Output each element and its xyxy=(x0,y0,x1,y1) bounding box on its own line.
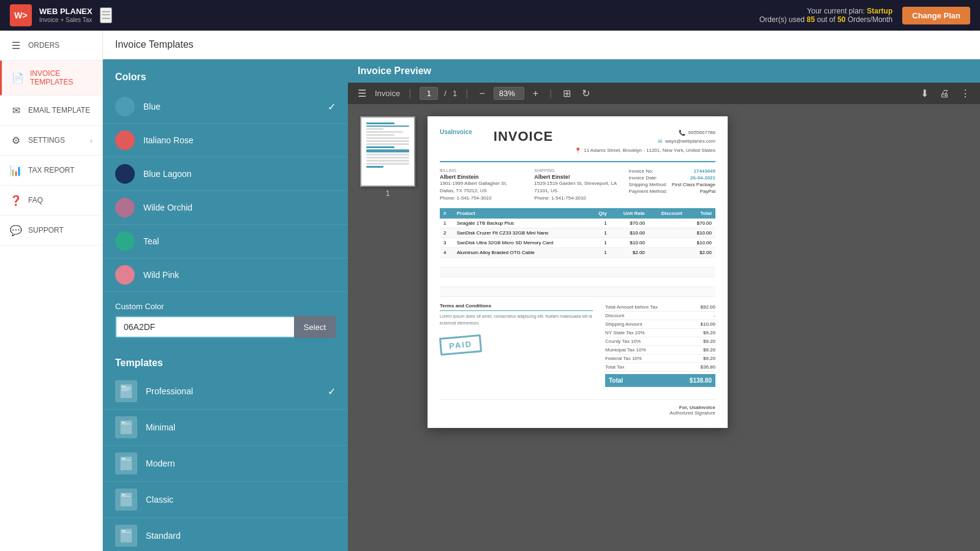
page-sep: / xyxy=(444,89,447,98)
logo-app-name: WEB PLANEX xyxy=(39,7,92,16)
cell-discount xyxy=(649,228,686,238)
invoice-table: # Product Qty Unit Rate Discount Total xyxy=(440,208,715,297)
totals-row-label: Shipping Amount xyxy=(605,321,643,327)
orders-unit: Orders/Month xyxy=(848,15,892,24)
template-item-professional[interactable]: Professional ✓ xyxy=(103,373,348,410)
print-button[interactable]: 🖨 xyxy=(937,87,952,100)
custom-color-select-button[interactable]: Select xyxy=(294,316,336,338)
color-item-wilde-orchid[interactable]: Wilde Orchid xyxy=(103,191,348,225)
sidebar-item-settings[interactable]: ⚙ SETTINGS xyxy=(0,126,102,156)
invoice-date-label: Invoice Date: xyxy=(629,175,658,181)
color-label-blue-lagoon: Blue Lagoon xyxy=(143,169,336,179)
cell-num: 4 xyxy=(440,248,453,258)
color-swatch-blue xyxy=(115,97,135,116)
orders-of: out of xyxy=(817,15,835,24)
template-item-minimal[interactable]: Minimal xyxy=(103,410,348,446)
template-thumb-classic xyxy=(115,489,137,511)
sidebar-item-support[interactable]: 💬 SUPPORT xyxy=(0,216,102,246)
totals-row-value: $10.00 xyxy=(701,321,715,327)
invoice-brand: UsaInvoice xyxy=(440,129,472,135)
template-label-minimal: Minimal xyxy=(146,422,336,432)
template-item-standard[interactable]: Standard xyxy=(103,518,348,551)
invoice-label: Invoice xyxy=(375,89,400,98)
email-template-icon: ✉ xyxy=(10,104,22,116)
totals-row: Municipal Tax 10%$9.20 xyxy=(605,346,715,354)
toolbar-sep-2: | xyxy=(466,88,468,99)
color-swatch-italiano-rose xyxy=(115,130,135,150)
col-header-qty: Qty xyxy=(590,208,610,219)
invoice-title: INVOICE xyxy=(494,129,553,144)
zoom-out-button[interactable]: − xyxy=(477,87,487,100)
custom-color-input[interactable] xyxy=(115,316,294,338)
page-number-input[interactable] xyxy=(420,87,438,100)
color-item-blue-lagoon[interactable]: Blue Lagoon xyxy=(103,157,348,191)
page-header: Invoice Templates xyxy=(103,31,980,59)
fit-page-button[interactable]: ⊞ xyxy=(560,86,573,100)
invoice-footer: For, UsaInvoice Authorized Signature xyxy=(440,399,715,416)
template-label-modern: Modern xyxy=(146,459,336,468)
template-item-classic[interactable]: Classic xyxy=(103,482,348,518)
totals-row-value: $92.00 xyxy=(701,304,715,310)
grand-total-row: Total$138.80 xyxy=(605,374,715,387)
grand-total-value: $138.80 xyxy=(690,377,712,384)
change-plan-button[interactable]: Change Plan xyxy=(902,7,970,24)
sidebar-item-email-template[interactable]: ✉ EMAIL TEMPLATE xyxy=(0,96,102,126)
settings-icon: ⚙ xyxy=(10,134,22,146)
totals-row-value: $9.20 xyxy=(703,347,715,353)
thumb-lines xyxy=(364,120,412,171)
payment-method-value: PayPal xyxy=(700,189,715,194)
sidebar-item-tax-report[interactable]: 📊 TAX REPORT xyxy=(0,156,102,186)
sidebar-item-orders[interactable]: ☰ ORDERS xyxy=(0,31,102,61)
table-row: 1 Seagate 1TB Backup Plus 1 $70.00 $70.0… xyxy=(440,219,715,228)
cell-product: SanDisk Cruzer Fit CZ33 32GB Mini Nano xyxy=(453,228,590,238)
pdf-thumbnail[interactable] xyxy=(360,116,415,187)
color-label-teal: Teal xyxy=(143,236,336,246)
support-icon: 💬 xyxy=(10,224,22,236)
templates-title: Templates xyxy=(103,348,348,373)
cell-rate: $70.00 xyxy=(611,219,649,228)
color-item-wild-pink[interactable]: Wild Pink xyxy=(103,258,348,292)
zoom-input[interactable] xyxy=(494,87,524,100)
right-panel: Invoice Preview ☰ Invoice | / 1 | − + | xyxy=(348,59,980,551)
meta-payment-method: Payment Method: PayPal xyxy=(629,189,715,194)
totals-row-value: $9.20 xyxy=(703,339,715,344)
rotate-button[interactable]: ↻ xyxy=(579,86,592,100)
thumb-line xyxy=(366,126,409,127)
invoice-email: ways@webplanex.com xyxy=(665,138,715,146)
thumb-line xyxy=(366,149,409,152)
download-button[interactable]: ⬇ xyxy=(918,86,931,100)
zoom-in-button[interactable]: + xyxy=(530,87,541,100)
sidebar-item-invoice-templates[interactable]: 📄 INVOICE TEMPLATES xyxy=(0,61,102,96)
sidebar-item-faq[interactable]: ❓ FAQ xyxy=(0,186,102,216)
table-row-empty xyxy=(440,287,715,297)
template-check-professional: ✓ xyxy=(328,386,336,397)
totals-row-label: Municipal Tax 10% xyxy=(605,347,646,353)
sidebar-label-faq: FAQ xyxy=(28,196,43,204)
plan-label: Your current plan: xyxy=(807,7,865,15)
color-item-italiano-rose[interactable]: Italiano Rose xyxy=(103,124,348,157)
template-thumb-minimal xyxy=(115,416,137,438)
sidebar-label-support: SUPPORT xyxy=(28,226,64,234)
topbar-left: W> WEB PLANEX Invoice + Sales Tax ☰ xyxy=(10,4,112,26)
totals-block: Total Amount before Tax$92.00Discount-Sh… xyxy=(605,303,715,387)
cell-qty: 1 xyxy=(590,219,610,228)
hamburger-button[interactable]: ☰ xyxy=(100,7,112,23)
orders-label: Order(s) used xyxy=(760,15,805,24)
invoice-phone: 9955667788 xyxy=(688,129,715,137)
sidebar-label-settings: SETTINGS xyxy=(28,136,65,144)
invoice-templates-icon: 📄 xyxy=(12,72,24,84)
template-item-modern[interactable]: Modern xyxy=(103,446,348,482)
invoice-address: 11 Adams Street, Brooklyn - 11201, New Y… xyxy=(584,147,715,155)
color-item-teal[interactable]: Teal xyxy=(103,225,348,258)
invoice-top: UsaInvoice INVOICE 📞9955667788 ✉ways@web… xyxy=(440,129,715,155)
thumb-line xyxy=(366,122,394,124)
totals-row: County Tax 10%$9.20 xyxy=(605,337,715,346)
totals-row-value: - xyxy=(714,313,715,318)
more-button[interactable]: ⋮ xyxy=(958,86,973,100)
invoice-brand-block: UsaInvoice xyxy=(440,129,472,135)
color-label-wilde-orchid: Wilde Orchid xyxy=(143,203,336,212)
toolbar-menu-button[interactable]: ☰ xyxy=(355,86,369,100)
cell-num: 1 xyxy=(440,219,453,228)
color-item-blue[interactable]: Blue ✓ xyxy=(103,90,348,124)
main-area: Invoice Templates Colors Blue ✓ Italiano… xyxy=(103,31,980,551)
